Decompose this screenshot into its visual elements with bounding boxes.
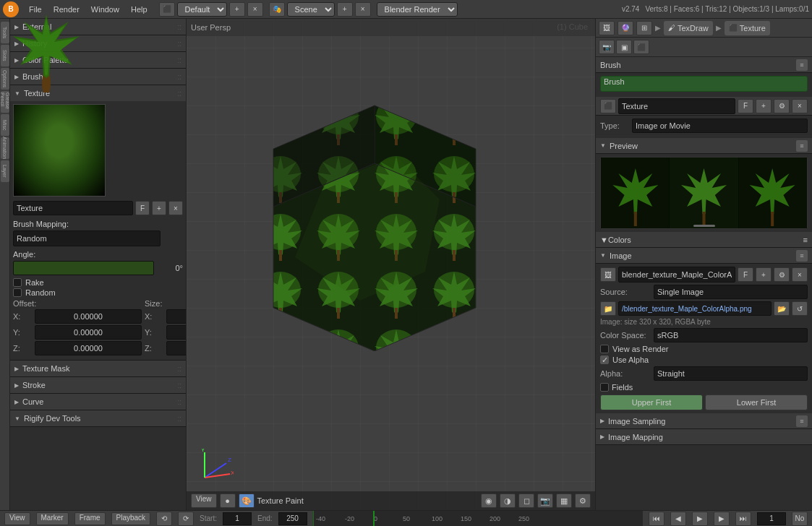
next-frame-btn[interactable]: ▶ xyxy=(714,512,730,526)
offset-y-input[interactable] xyxy=(35,325,142,340)
mode-add-icon[interactable]: + xyxy=(229,2,245,17)
viewport-area[interactable]: User Persp xyxy=(187,19,595,510)
random-checkbox[interactable] xyxy=(13,288,22,297)
prev-keyframe-btn[interactable]: ⏮ xyxy=(649,512,664,526)
upper-first-button[interactable]: Upper First xyxy=(600,394,703,410)
preview-header[interactable]: ▼ Preview ≡ xyxy=(596,138,812,154)
playback-btn[interactable]: Playback xyxy=(111,512,151,525)
renderer-dropdown[interactable]: Blender Render xyxy=(377,2,458,17)
colors-extra-btn[interactable]: ≡ xyxy=(803,236,808,244)
r-icon-render[interactable]: ▣ xyxy=(616,40,632,54)
path-reload-btn[interactable]: ↺ xyxy=(792,301,808,316)
size-x-input[interactable] xyxy=(166,309,187,324)
scene-icon[interactable]: 🎭 xyxy=(269,2,285,17)
texture-remove-button[interactable]: × xyxy=(168,201,183,215)
brush-extra-btn[interactable]: ≡ xyxy=(796,59,808,71)
end-frame-input[interactable] xyxy=(278,512,307,525)
image-icon[interactable]: 🖼 xyxy=(600,267,616,282)
image-extra-btn[interactable]: ≡ xyxy=(796,250,808,262)
timeline-area[interactable]: -40 -20 0 50 100 150 200 250 xyxy=(313,511,643,527)
view-as-render-checkbox[interactable] xyxy=(600,345,609,353)
texture-right-f[interactable]: F xyxy=(738,99,753,113)
image-f-btn[interactable]: F xyxy=(738,267,753,282)
size-y-input[interactable] xyxy=(166,325,187,340)
menu-help[interactable]: Help xyxy=(125,4,153,15)
texture-add-button[interactable]: + xyxy=(152,201,166,215)
curve-header[interactable]: ▶ Curve :: xyxy=(10,394,186,410)
stroke-header[interactable]: ▶ Stroke :: xyxy=(10,377,186,393)
loop-icon[interactable]: ⟲ xyxy=(156,512,172,526)
rake-checkbox[interactable] xyxy=(13,278,22,287)
mode-dropdown[interactable]: Default xyxy=(177,2,227,17)
no-btn[interactable]: No xyxy=(792,512,808,526)
type-dropdown[interactable]: Image or Movie xyxy=(632,118,808,133)
texture-paint-mode[interactable]: 🎨 xyxy=(239,493,255,508)
brush-mapping-dropdown[interactable]: Random View Plane 3D xyxy=(13,230,161,246)
breadcrumb-texture[interactable]: ⬛ Texture xyxy=(725,21,770,35)
texture-mask-header[interactable]: ▶ Texture Mask :: xyxy=(10,361,186,376)
r-icon-cam[interactable]: 📷 xyxy=(599,40,615,54)
texture-right-settings[interactable]: ⚙ xyxy=(774,99,790,113)
scene-x-icon[interactable]: × xyxy=(355,2,371,17)
size-z-input[interactable] xyxy=(166,341,187,355)
colors-header[interactable]: ▼ Colors ≡ xyxy=(596,232,812,248)
nav-icon-2[interactable]: 🔮 xyxy=(617,21,633,35)
texture-f-button[interactable]: F xyxy=(135,201,150,215)
camera-icon[interactable]: 📷 xyxy=(537,493,553,508)
preview-extra-btn[interactable]: ≡ xyxy=(796,140,808,152)
texture-right-x[interactable]: × xyxy=(792,99,808,113)
sync-icon[interactable]: ⟳ xyxy=(178,512,194,526)
next-keyframe-btn[interactable]: ⏭ xyxy=(735,512,751,526)
settings-icon[interactable]: ⚙ xyxy=(575,493,591,508)
mode-x-icon[interactable]: × xyxy=(247,2,263,17)
marker-btn[interactable]: Marker xyxy=(36,512,69,525)
path-open-btn[interactable]: 📂 xyxy=(774,301,790,316)
lower-first-button[interactable]: Lower First xyxy=(705,394,808,410)
color-space-dropdown[interactable]: sRGB xyxy=(654,328,808,342)
render-icon[interactable]: ▦ xyxy=(556,493,572,508)
use-alpha-checkbox[interactable]: ✓ xyxy=(600,355,609,364)
image-mapping-header[interactable]: ▶ Image Mapping xyxy=(596,429,812,445)
wire-mode-icon[interactable]: ◻ xyxy=(518,493,534,508)
texture-right-name[interactable] xyxy=(618,98,735,114)
image-add-btn[interactable]: + xyxy=(756,267,772,282)
path-input[interactable] xyxy=(618,301,772,316)
angle-slider[interactable] xyxy=(13,261,154,275)
start-frame-input[interactable] xyxy=(223,512,252,525)
nav-icon-3[interactable]: ⊞ xyxy=(636,21,652,35)
fields-checkbox[interactable] xyxy=(600,383,609,392)
r-icon-tex[interactable]: ⬛ xyxy=(633,40,649,54)
workspace-icon[interactable]: ⬛ xyxy=(159,2,175,17)
render-mode-solid[interactable]: ● xyxy=(220,493,236,508)
rigify-header[interactable]: ▼ Rigify Dev Tools :: xyxy=(10,410,186,426)
texture-right-add[interactable]: + xyxy=(756,99,772,113)
offset-z-input[interactable] xyxy=(35,341,142,355)
texture-name-input[interactable] xyxy=(13,201,133,215)
draw-mode-icon[interactable]: ◉ xyxy=(481,493,497,508)
image-sampling-header[interactable]: ▶ Image Sampling ≡ xyxy=(596,413,812,429)
frame-btn[interactable]: Frame xyxy=(74,512,106,525)
image-header[interactable]: ▼ Image ≡ xyxy=(596,248,812,264)
view-button[interactable]: View xyxy=(191,493,217,508)
alpha-dropdown[interactable]: Straight Premultiplied xyxy=(654,366,808,381)
breadcrumb-texdraw[interactable]: 🖌 TexDraw xyxy=(664,21,713,35)
solid-mode-icon[interactable]: ◑ xyxy=(500,493,516,508)
animation-icon[interactable]: Animation xyxy=(1,137,9,159)
image-settings-btn[interactable]: ⚙ xyxy=(774,267,790,282)
brush-type-dropdown[interactable]: Brush xyxy=(600,76,808,92)
layer-icon[interactable]: Layer xyxy=(1,160,9,182)
prev-frame-btn[interactable]: ◀ xyxy=(670,512,686,526)
path-icon[interactable]: 📁 xyxy=(600,301,616,316)
texture-right-icon[interactable]: ⬛ xyxy=(600,99,616,113)
misc-icon[interactable]: Misc xyxy=(1,114,9,136)
offset-x-input[interactable] xyxy=(35,309,142,324)
view-bottom-btn[interactable]: View xyxy=(4,512,30,525)
source-dropdown[interactable]: Single Image xyxy=(654,285,808,299)
image-name-input[interactable] xyxy=(618,267,735,283)
brush-right-header[interactable]: Brush ≡ xyxy=(596,57,812,73)
image-sampling-extra[interactable]: ≡ xyxy=(796,415,808,427)
image-x-btn[interactable]: × xyxy=(792,267,808,282)
scene-add-icon[interactable]: + xyxy=(337,2,353,17)
play-btn[interactable]: ▶ xyxy=(692,512,708,526)
current-frame-input[interactable] xyxy=(757,512,786,525)
